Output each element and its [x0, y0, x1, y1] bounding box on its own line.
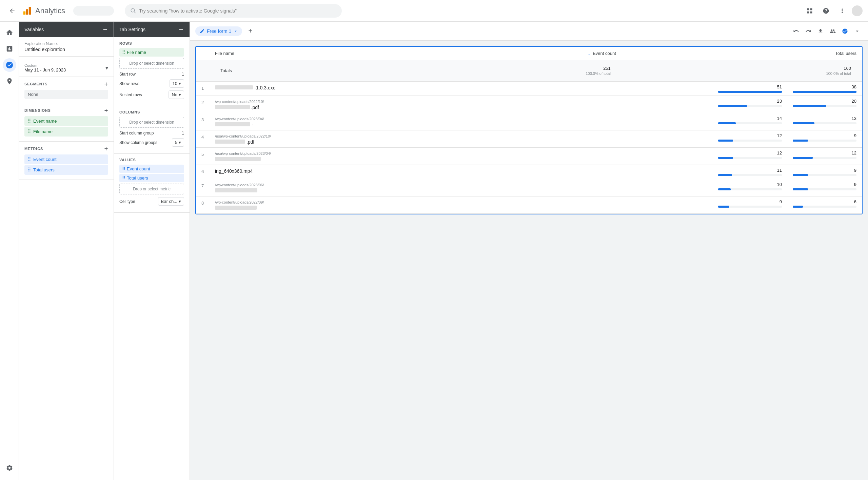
back-button[interactable] — [5, 4, 19, 18]
start-col-group-value[interactable]: 1 — [182, 130, 184, 135]
data-table-container: File name ↓ Event count Total users — [190, 41, 868, 480]
svg-rect-1 — [26, 9, 28, 15]
search-input[interactable] — [139, 8, 336, 14]
total-users-cell: 6 — [787, 196, 862, 213]
app-title: Analytics — [35, 6, 65, 15]
nested-rows-select[interactable]: No ▾ — [169, 90, 184, 99]
metric-item-event-count[interactable]: ⠿ Event count — [24, 154, 108, 164]
table-row[interactable]: 7 /wp-content/uploads/2023/06/ 10 9 — [196, 179, 862, 196]
value-chip-event-count[interactable]: ⠿ Event count — [119, 165, 184, 173]
row-drop-zone[interactable]: Drop or select dimension — [119, 58, 184, 69]
file-name-cell: /wp-content/uploads/2023/04/ - — [210, 113, 713, 130]
share-button[interactable] — [827, 26, 838, 37]
file-name-cell: /wp-content/uploads/2023/06/ — [210, 179, 713, 196]
total-users-cell: 9 — [787, 179, 862, 196]
variables-title: Variables — [24, 27, 44, 32]
account-chip[interactable] — [73, 6, 114, 16]
segments-title: SEGMENTS + — [24, 81, 108, 87]
drag-handle-icon: ⠿ — [27, 128, 31, 135]
user-avatar[interactable] — [852, 5, 863, 16]
total-users-cell: 9 — [787, 165, 862, 179]
variables-panel: Variables Exploration Name: Untitled exp… — [19, 22, 114, 480]
metrics-title: METRICS + — [24, 146, 108, 152]
totals-total-users: 160 100.0% of total — [622, 60, 862, 82]
col-header-file-name[interactable]: File name — [210, 47, 381, 60]
chevron-down-icon[interactable] — [233, 29, 238, 34]
sidebar-item-explore[interactable] — [3, 58, 16, 72]
show-col-groups-label: Show column groups — [119, 140, 157, 145]
table-header-row: File name ↓ Event count Total users — [196, 47, 862, 60]
more-options-button[interactable] — [852, 26, 863, 37]
undo-button[interactable] — [791, 26, 802, 37]
values-title: VALUES — [119, 158, 184, 162]
file-name-cell: -1.0.3.exe — [210, 82, 713, 96]
start-row-value[interactable]: 1 — [182, 71, 184, 77]
row-dimension-chip[interactable]: ⠿ File name — [119, 48, 184, 57]
sidebar-item-advertising[interactable] — [3, 75, 16, 88]
dimension-item-file-name[interactable]: ⠿ File name — [24, 127, 108, 137]
add-segment-button[interactable]: + — [104, 81, 108, 87]
nested-rows-setting: Nested rows No ▾ — [119, 90, 184, 99]
col-header-event-count[interactable]: ↓ Event count — [381, 47, 622, 60]
more-options-button[interactable] — [835, 4, 849, 18]
table-row[interactable]: 6 ing_640x360.mp4 11 9 — [196, 165, 862, 179]
col-header-num — [196, 47, 210, 60]
sidebar-item-reports[interactable] — [3, 42, 16, 56]
metric-label: Total users — [33, 167, 55, 172]
table-row[interactable]: 4 /usa/wp-content/uploads/2022/10/ .pdf … — [196, 130, 862, 148]
table-row[interactable]: 5 /usa/wp-content/uploads/2023/04/ 12 12 — [196, 148, 862, 165]
col-drop-zone[interactable]: Drop or select dimension — [119, 117, 184, 128]
cell-type-setting: Cell type Bar ch... ▾ — [119, 197, 184, 206]
value-chip-label: Total users — [127, 175, 148, 181]
table-row[interactable]: 2 /wp-content/uploads/2022/10/ .pdf 23 2… — [196, 96, 862, 113]
show-rows-select[interactable]: 10 ▾ — [170, 79, 184, 88]
table-row[interactable]: 1 -1.0.3.exe 51 38 — [196, 82, 862, 96]
sidebar-item-home[interactable] — [3, 26, 16, 39]
metric-label: Event count — [33, 157, 57, 162]
value-chip-total-users[interactable]: ⠿ Total users — [119, 174, 184, 182]
tab-free-form-1[interactable]: Free form 1 — [195, 26, 242, 36]
table-row[interactable]: 3 /wp-content/uploads/2023/04/ - 14 13 — [196, 113, 862, 130]
date-chevron-icon[interactable]: ▾ — [105, 65, 108, 71]
file-name-cell: ing_640x360.mp4 — [210, 165, 713, 179]
dimensions-section: DIMENSIONS + ⠿ Event name ⠿ File name — [19, 103, 114, 142]
table-row[interactable]: 8 /wp-content/uploads/2022/09/ 9 6 — [196, 196, 862, 214]
nav-right-actions — [803, 4, 863, 18]
col-header-total-users[interactable]: Total users — [622, 47, 862, 60]
add-dimension-button[interactable]: + — [104, 107, 108, 113]
add-tab-button[interactable]: + — [245, 26, 256, 37]
sort-icon: ↓ — [588, 51, 590, 56]
cell-type-select[interactable]: Bar ch... ▾ — [158, 197, 184, 206]
file-name-cell: /wp-content/uploads/2022/10/ .pdf — [210, 96, 713, 113]
values-section: VALUES ⠿ Event count ⠿ Total users Drop … — [114, 154, 190, 213]
show-rows-label: Show rows — [119, 81, 139, 86]
total-users-cell: 20 — [787, 96, 862, 113]
row-number: 1 — [196, 82, 210, 96]
download-button[interactable] — [815, 26, 826, 37]
row-number: 5 — [196, 148, 210, 165]
tab-settings-collapse-icon[interactable] — [178, 26, 184, 33]
metric-item-total-users[interactable]: ⠿ Total users — [24, 165, 108, 175]
event-count-cell: 12 — [713, 130, 787, 147]
tab-settings-panel: Tab Settings ROWS ⠿ File name Drop or se… — [114, 22, 190, 480]
checkmark-button[interactable] — [840, 26, 850, 37]
totals-empty — [196, 60, 210, 82]
totals-label: Totals — [210, 60, 381, 82]
report-area: Free form 1 + — [190, 22, 868, 480]
date-range[interactable]: Custom May 11 - Jun 9, 2023 ▾ — [24, 63, 108, 72]
help-button[interactable] — [819, 4, 833, 18]
variables-panel-header: Variables — [19, 22, 114, 37]
redo-button[interactable] — [803, 26, 814, 37]
show-col-groups-setting: Show column groups 5 ▾ — [119, 138, 184, 147]
show-col-groups-select[interactable]: 5 ▾ — [172, 138, 184, 147]
collapse-icon[interactable] — [102, 26, 108, 33]
grid-view-button[interactable] — [803, 4, 816, 18]
dimension-item-event-name[interactable]: ⠿ Event name — [24, 116, 108, 126]
add-metric-button[interactable]: + — [104, 146, 108, 152]
sidebar-item-settings[interactable] — [3, 461, 16, 475]
search-bar[interactable] — [125, 4, 342, 18]
report-table: File name ↓ Event count Total users — [196, 47, 862, 82]
data-table: File name ↓ Event count Total users — [195, 46, 863, 214]
value-drop-zone[interactable]: Drop or select metric — [119, 184, 184, 194]
date-type-label: Custom — [24, 63, 66, 67]
